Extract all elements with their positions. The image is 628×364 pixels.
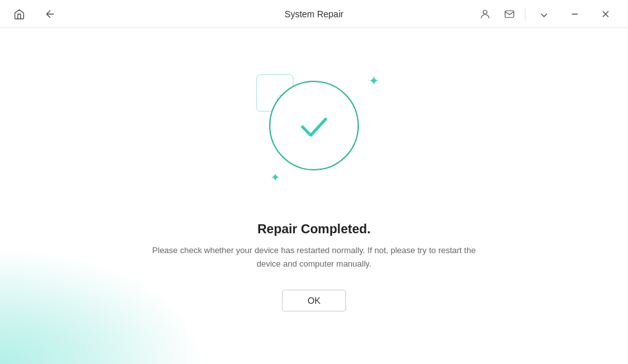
- maximize-button[interactable]: [529, 4, 559, 24]
- checkmark-icon: [295, 106, 333, 145]
- main-content: ✦ ✦ Repair Completed. Please check wheth…: [0, 28, 628, 364]
- svg-rect-1: [505, 10, 514, 17]
- titlebar-divider: [525, 8, 525, 21]
- titlebar-right: [474, 3, 620, 26]
- sparkle-icon-2: ✦: [270, 172, 280, 183]
- minimize-button[interactable]: [560, 4, 590, 24]
- close-button[interactable]: [591, 4, 620, 24]
- success-circle: [269, 81, 359, 170]
- home-button[interactable]: [8, 3, 31, 26]
- completion-subtitle: Please check whether your device has res…: [147, 244, 481, 271]
- titlebar: System Repair: [0, 0, 628, 28]
- svg-point-0: [483, 10, 487, 14]
- app-title: System Repair: [285, 9, 343, 19]
- back-button[interactable]: [38, 3, 62, 26]
- user-button[interactable]: [474, 3, 497, 26]
- success-illustration: ✦ ✦: [231, 55, 397, 196]
- sparkle-icon-1: ✦: [368, 74, 379, 87]
- titlebar-left: [8, 3, 62, 26]
- ok-button[interactable]: OK: [282, 290, 346, 311]
- completion-title: Repair Completed.: [258, 222, 371, 236]
- mail-button[interactable]: [498, 3, 521, 26]
